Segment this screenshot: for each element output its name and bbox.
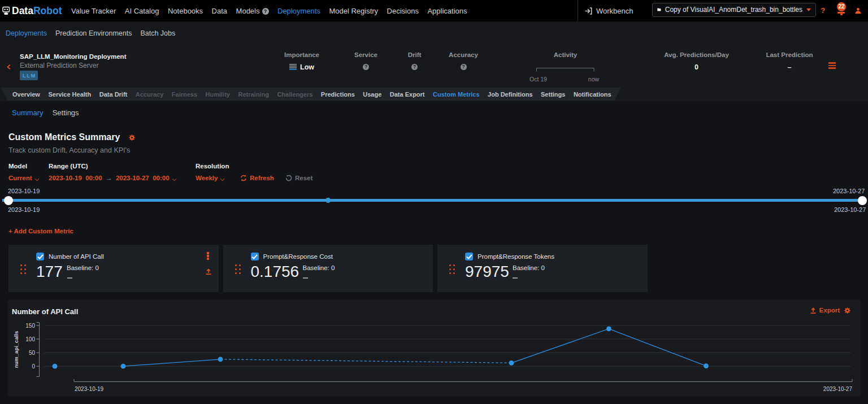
svg-text:num_api_calls: num_api_calls: [13, 331, 19, 368]
svg-text:2023-10-27: 2023-10-27: [823, 386, 853, 392]
svg-text:50: 50: [29, 350, 36, 356]
svg-text:100: 100: [25, 336, 35, 342]
svg-text:2023-10-19: 2023-10-19: [75, 386, 104, 392]
svg-text:0: 0: [32, 363, 35, 370]
svg-text:150: 150: [25, 323, 35, 329]
